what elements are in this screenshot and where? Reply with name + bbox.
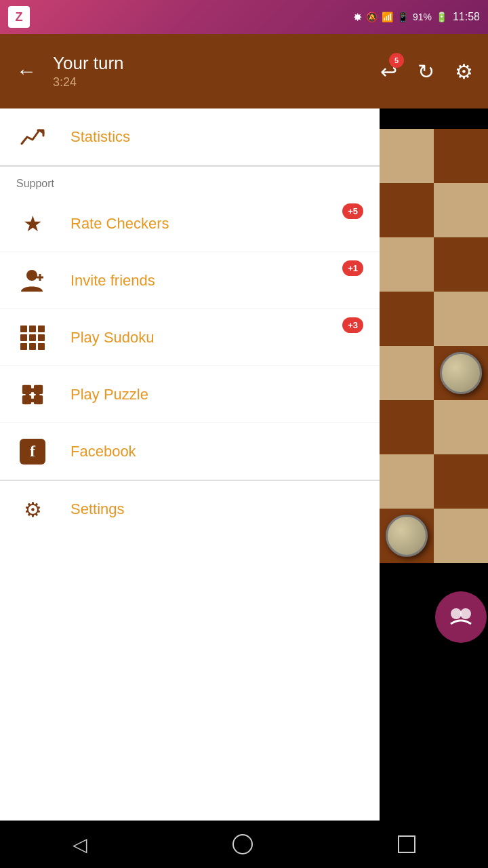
menu-item-statistics[interactable]: Statistics <box>0 108 380 165</box>
board-panel <box>380 108 488 821</box>
board-grid <box>380 108 488 671</box>
mute-icon: 🔕 <box>366 12 378 22</box>
sudoku-label: Play Sudoku <box>70 329 155 347</box>
trending-icon <box>20 125 45 149</box>
undo-button[interactable]: ↩ 5 <box>376 56 401 87</box>
facebook-label: Facebook <box>70 443 136 460</box>
status-bar: Z ✸ 🔕 📶 📱 91% 🔋 11:58 <box>0 0 488 34</box>
add-person-icon <box>20 269 45 293</box>
toolbar-subtitle: 3:24 <box>53 75 365 90</box>
grid-icon <box>20 326 45 350</box>
settings-label: Settings <box>70 500 125 518</box>
watermark-icon <box>444 600 478 634</box>
menu-empty-space <box>0 538 380 673</box>
menu-panel: Statistics Support ★ Rate Checkers +5 <box>0 108 380 821</box>
puzzle-icon-wrapper <box>16 378 49 411</box>
menu-item-puzzle[interactable]: Play Puzzle <box>0 366 380 423</box>
grid-icon-wrapper <box>16 321 49 354</box>
menu-item-rate[interactable]: ★ Rate Checkers +5 <box>0 195 380 252</box>
toolbar-title: Your turn <box>53 53 365 74</box>
gear-icon: ⚙ <box>455 60 473 83</box>
add-person-icon-wrapper <box>16 264 49 297</box>
star-icon: ★ <box>23 211 43 237</box>
watermark <box>435 591 487 643</box>
clock: 11:58 <box>453 11 480 23</box>
toolbar: ← Your turn 3:24 ↩ 5 ↻ ⚙ <box>0 34 488 108</box>
nav-back-icon: ◁ <box>73 833 87 856</box>
svg-point-12 <box>460 608 471 619</box>
svg-rect-9 <box>36 392 40 398</box>
nav-recent-button[interactable] <box>378 829 436 860</box>
bluetooth-icon: ✸ <box>353 11 362 24</box>
menu-item-facebook[interactable]: f Facebook <box>0 423 380 480</box>
svg-rect-10 <box>29 398 35 402</box>
redo-icon: ↻ <box>418 60 434 83</box>
svg-point-11 <box>451 608 462 619</box>
wifi-icon: 📶 <box>382 12 393 22</box>
nav-home-icon <box>232 834 253 854</box>
undo-badge: 5 <box>389 53 404 68</box>
bottom-nav: ◁ <box>0 821 488 868</box>
menu-item-sudoku[interactable]: Play Sudoku +3 <box>0 309 380 366</box>
invite-badge: +1 <box>342 260 363 276</box>
menu-item-invite[interactable]: Invite friends +1 <box>0 252 380 309</box>
puzzle-icon <box>20 382 45 407</box>
checker-piece <box>440 352 482 394</box>
battery-text: 91% <box>413 12 432 22</box>
main-content: Statistics Support ★ Rate Checkers +5 <box>0 108 488 821</box>
statistics-icon-wrapper <box>16 121 49 153</box>
menu-item-settings[interactable]: ⚙ Settings <box>0 481 380 538</box>
status-bar-right: ✸ 🔕 📶 📱 91% 🔋 11:58 <box>353 11 480 24</box>
sim-icon: 📱 <box>397 12 409 22</box>
nav-back-button[interactable]: ◁ <box>52 827 108 863</box>
invite-label: Invite friends <box>70 272 155 290</box>
battery-icon: 🔋 <box>436 12 447 22</box>
back-icon: ← <box>16 60 37 82</box>
svg-rect-7 <box>29 388 35 392</box>
redo-button[interactable]: ↻ <box>413 56 439 87</box>
app-icon: Z <box>8 6 30 28</box>
facebook-icon: f <box>20 439 45 465</box>
settings-icon: ⚙ <box>24 498 42 521</box>
back-button[interactable]: ← <box>11 54 42 88</box>
svg-rect-8 <box>26 392 30 398</box>
rate-badge: +5 <box>342 203 363 219</box>
star-icon-wrapper: ★ <box>16 208 49 240</box>
checker-piece-2 <box>386 515 428 557</box>
sudoku-badge: +3 <box>342 317 363 333</box>
toolbar-actions: ↩ 5 ↻ ⚙ <box>376 56 477 87</box>
settings-icon-wrapper: ⚙ <box>16 493 49 526</box>
status-bar-left: Z <box>8 6 30 28</box>
facebook-icon-wrapper: f <box>16 435 49 468</box>
nav-home-button[interactable] <box>212 827 273 861</box>
nav-recent-icon <box>398 835 415 853</box>
svg-point-0 <box>26 270 37 281</box>
status-icons: ✸ 🔕 📶 📱 91% 🔋 <box>353 11 447 24</box>
toolbar-title-area: Your turn 3:24 <box>53 53 365 90</box>
support-section-header: Support <box>0 166 380 195</box>
settings-button[interactable]: ⚙ <box>451 56 477 87</box>
puzzle-label: Play Puzzle <box>70 386 148 403</box>
rate-label: Rate Checkers <box>70 215 169 233</box>
statistics-label: Statistics <box>70 128 130 146</box>
